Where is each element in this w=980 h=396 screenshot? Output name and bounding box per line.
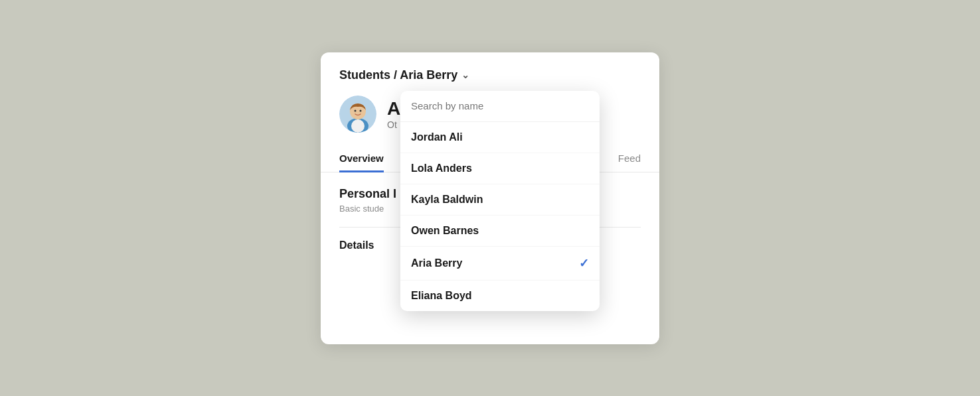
breadcrumb[interactable]: Students / Aria Berry ⌄ xyxy=(339,68,641,82)
chevron-down-icon: ⌄ xyxy=(461,70,469,80)
svg-point-5 xyxy=(360,109,362,111)
tab-feed[interactable]: Feed xyxy=(618,146,641,172)
student-dropdown: Jordan Ali Lola Anders Kayla Baldwin Owe… xyxy=(400,91,600,311)
dropdown-search-area[interactable] xyxy=(400,91,600,122)
student-subtitle: Ot xyxy=(387,119,400,130)
student-option-label: Eliana Boyd xyxy=(411,290,472,302)
student-option-label: Lola Anders xyxy=(411,163,472,174)
svg-point-4 xyxy=(355,109,357,111)
student-option-label: Jordan Ali xyxy=(411,131,463,143)
list-item[interactable]: Kayla Baldwin xyxy=(400,184,600,216)
student-option-label: Owen Barnes xyxy=(411,225,479,237)
svg-point-2 xyxy=(351,119,365,133)
dropdown-list: Jordan Ali Lola Anders Kayla Baldwin Owe… xyxy=(400,122,600,311)
search-input[interactable] xyxy=(411,100,589,111)
list-item[interactable]: Owen Barnes xyxy=(400,216,600,247)
student-option-label: Aria Berry xyxy=(411,257,462,269)
student-name-block: A Ot xyxy=(387,98,400,130)
student-name: A xyxy=(387,98,400,119)
student-option-label: Kayla Baldwin xyxy=(411,194,483,206)
list-item[interactable]: Lola Anders xyxy=(400,153,600,184)
breadcrumb-text: Students / Aria Berry xyxy=(339,68,457,82)
list-item[interactable]: Eliana Boyd xyxy=(400,281,600,311)
checkmark-icon: ✓ xyxy=(579,256,589,271)
list-item-selected[interactable]: Aria Berry ✓ xyxy=(400,247,600,281)
list-item[interactable]: Jordan Ali xyxy=(400,122,600,153)
main-card: Students / Aria Berry ⌄ xyxy=(321,52,659,344)
avatar xyxy=(339,96,376,133)
tab-overview[interactable]: Overview xyxy=(339,146,384,172)
